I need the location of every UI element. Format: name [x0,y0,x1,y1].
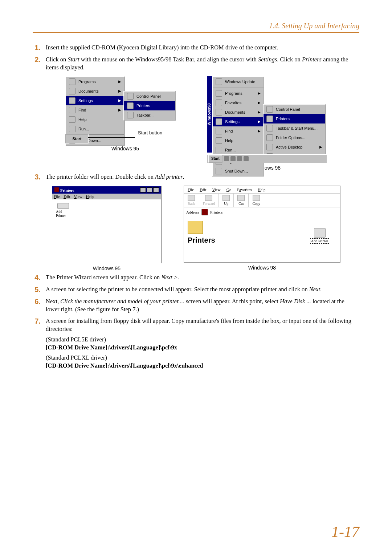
printers-window-95: Printers FFileile Edit View Help Add Pri… [52,186,162,263]
submenu-cp-98[interactable]: Control Panel [264,105,325,114]
tray-icon[interactable] [237,156,242,161]
close-icon[interactable] [153,187,159,193]
menu-go-98[interactable]: Go [226,187,231,192]
driver-pclxl-label: (Standard PCLXL driver) [46,354,359,362]
submenu-folder-98[interactable]: Folder Options... [264,133,325,142]
menu-shutdown-98[interactable]: Shut Down... [213,166,264,176]
start-button-label: Start button [138,130,162,135]
step-num-2: 2. [33,56,41,72]
tool-forward: Forward [199,194,219,207]
menu-run-98[interactable]: Run... [213,145,264,155]
menu-file-98[interactable]: File [188,187,194,192]
address-bar[interactable]: Address Printers [184,207,340,217]
printers-heading: Printers [188,236,215,244]
tray-icon[interactable] [244,156,249,161]
add-printer-icon-95[interactable]: Add Printer [56,203,70,218]
menu-edit[interactable]: Edit [64,194,70,199]
submenu-printers-98[interactable]: Printers [264,114,325,123]
submenu-control-panel[interactable]: Control Panel [124,92,175,101]
settings-submenu-98: Control Panel Printers Taskbar & Start M… [263,104,326,162]
menu-help[interactable]: Help [66,115,124,124]
caption-win95-a: Windows 95 [111,146,139,151]
minimize-icon[interactable] [140,187,146,193]
copy-icon [253,195,260,201]
address-label: Address [186,210,199,214]
tool-up[interactable]: Up [219,194,234,207]
menu-settings-98[interactable]: Settings▶ [213,117,264,126]
submenu-taskbar[interactable]: Taskbar... [124,110,175,120]
win98-sideband: Windows98 [207,76,212,153]
window-title-95: Printers [54,187,74,193]
submenu-taskbar-98[interactable]: Taskbar & Start Menu... [264,123,325,133]
menu-programs[interactable]: Programs▶ [66,77,124,86]
up-icon [222,195,230,201]
start-button-95[interactable]: Start [65,134,89,143]
start-leader-line [88,137,135,138]
menu-favorites-98[interactable]: Favorites [237,187,252,192]
step-text-6: Next, Click the manufacturer and model o… [46,297,359,314]
menu-documents[interactable]: Documents▶ [66,86,124,96]
menu-settings[interactable]: Settings▶ [66,96,124,105]
settings-submenu-95: Control Panel Printers Taskbar... [123,91,176,121]
cut-icon [237,195,245,201]
tray-icon[interactable] [224,156,229,161]
printers-window-98: File Edit View Go Favorites Help Back Fo… [184,186,340,263]
start-button-98[interactable]: Start [208,155,222,163]
driver-pcl5e-label: (Standard PCL5E driver) [46,336,359,344]
back-icon [188,195,195,201]
menu-view[interactable]: View [74,194,82,199]
driver-pcl5e-path: [CD-ROM Drive Name]:\drivers\[Language]\… [46,344,177,351]
page-number: 1-17 [331,523,359,540]
driver-pclxl-path: [CD-ROM Drive Name]:\drivers\[Language]\… [46,362,203,369]
forward-icon [205,195,212,201]
printer-icon [314,228,326,238]
menu-programs-98[interactable]: Programs▶ [213,89,264,98]
add-printer-icon-98[interactable]: Add Printer [310,228,329,244]
menu-find-98[interactable]: Find▶ [213,126,264,136]
maximize-icon[interactable] [147,187,152,193]
menubar-95: FFileile Edit View Help [52,194,161,199]
printers-folder-icon [188,221,203,234]
step-text-2: Click on Start with the mouse on the Win… [46,56,359,72]
tool-cut[interactable]: Cut [234,194,249,207]
figure-win98-start: Windows98 Windows Update Programs▶ Favor… [207,76,327,163]
menu-run[interactable]: Run... [66,124,124,134]
tool-copy[interactable]: Copy [249,194,264,207]
taskbar-98: Start [207,154,327,163]
menu-help-98[interactable]: Help [213,136,264,145]
figure-win95-start: Programs▶ Documents▶ Settings▶ Find▶ Hel… [65,76,185,143]
step-text-3: The printer folder will open. Double cli… [46,173,359,181]
step-num-1: 1. [33,44,41,52]
step-text-5: A screen for selecting the printer to be… [46,285,359,294]
menu-favorites-98[interactable]: Favorites▶ [213,98,264,108]
step-text-4: The Printer Wizard screen will appear. C… [46,274,359,282]
step-num-5: 5. [33,285,41,294]
toolbar-98: Back Forward Up Cut Copy [184,194,340,207]
step-num-6: 6. [33,297,41,314]
menu-view-98[interactable]: View [212,187,220,192]
folder-icon [201,209,208,215]
menu-windows-update[interactable]: Windows Update [213,77,264,86]
section-header: 1.4. Setting Up and Interfacing [33,22,359,33]
menu-help[interactable]: Help [86,194,94,199]
step-text-7: A screen for installing from floppy disk… [46,317,359,370]
submenu-active-98[interactable]: Active Desktop▶ [264,142,325,152]
address-value: Printers [210,210,222,214]
submenu-printers[interactable]: Printers [124,101,175,110]
tool-back: Back [184,194,199,207]
tray-icon[interactable] [230,156,236,161]
caption-win95-b: Windows 95 [93,266,121,271]
printer-icon [57,203,69,209]
step-num-4: 4. [33,274,41,282]
menu-documents-98[interactable]: Documents▶ [213,108,264,117]
menu-help-98[interactable]: Help [258,187,265,192]
menu-find[interactable]: Find▶ [66,105,124,115]
step-text-1: Insert the supplied CD-ROM (Kyocera Digi… [46,44,359,52]
caption-win98-b: Windows 98 [248,265,276,271]
menu-file[interactable]: FFileile [54,194,60,199]
menu-edit-98[interactable]: Edit [200,187,206,192]
menubar-98: File Edit View Go Favorites Help [184,186,340,194]
step-num-7: 7. [33,317,41,370]
step-num-3: 3. [33,173,41,181]
